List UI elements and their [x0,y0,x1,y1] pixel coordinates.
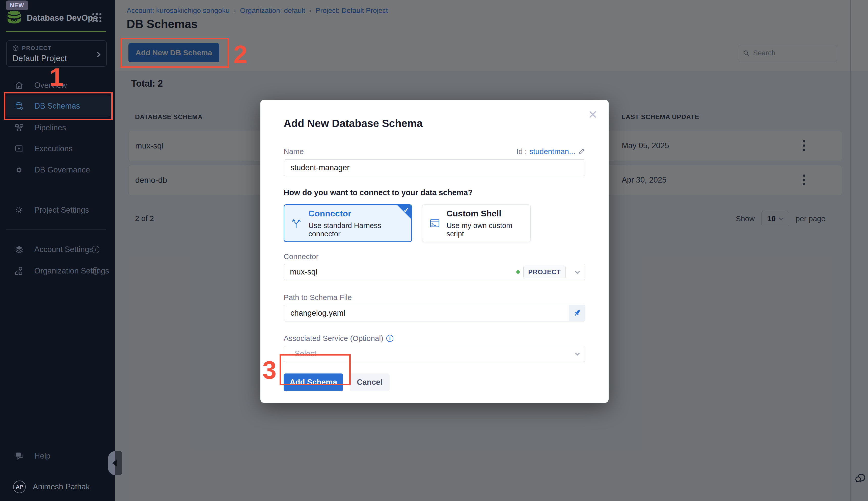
add-schema-button[interactable]: Add Schema [284,373,343,391]
info-icon[interactable]: i [92,267,99,275]
chevron-down-icon [575,269,580,274]
settings-gear-icon [14,205,24,215]
cancel-button[interactable]: Cancel [350,373,389,391]
info-icon[interactable]: i [92,246,99,253]
schema-name-input[interactable] [284,159,585,176]
id-row: Id : studentman... [517,147,585,156]
option-title: Custom Shell [446,209,523,218]
option-subtitle: Use my own custom script [446,222,523,238]
sidebar-item-label: Executions [34,144,73,153]
governance-gear-icon [14,166,24,174]
sidebar-item-overview[interactable]: Overview [4,75,110,96]
id-label: Id : [517,147,527,156]
database-devops-logo-icon: ∞ [6,9,22,25]
home-icon [14,81,24,90]
db-schema-icon [14,102,24,110]
terminal-icon [429,217,440,229]
option-title: Connector [308,209,404,218]
executions-icon [14,144,24,153]
sidebar: NEW ∞ Database DevOps PROJECT Default Pr… [0,0,115,501]
sidebar-item-account-settings[interactable]: Account Settings i [4,239,110,260]
path-label: Path to Schema File [284,293,585,302]
user-menu[interactable]: AP Animesh Pathak [4,476,110,498]
close-icon[interactable]: ✕ [588,108,597,121]
path-input-group [284,305,585,321]
service-placeholder: - Select - [290,349,576,358]
layers-icon [14,245,24,254]
sidebar-item-label: Account Settings [34,245,93,254]
connector-value: mux-sql [290,267,516,277]
scope-badge: PROJECT [523,266,566,278]
svg-text:∞: ∞ [11,14,18,24]
project-scope-label: PROJECT [22,45,52,52]
add-schema-modal: ✕ Add New Database Schema Name Id : stud… [261,100,608,403]
sidebar-item-project-settings[interactable]: Project Settings [4,200,110,221]
option-card-custom-shell[interactable]: Custom Shell Use my own custom script [422,204,531,242]
path-input[interactable] [284,305,569,321]
avatar: AP [13,481,26,493]
sidebar-item-organization-settings[interactable]: Organization Settings i [4,260,110,281]
sidebar-item-db-governance[interactable]: DB Governance [4,159,110,181]
svg-text:?: ? [18,453,20,457]
pin-icon [572,309,582,318]
project-selector[interactable]: PROJECT Default Project [6,40,107,67]
app-grid-icon[interactable] [92,13,102,23]
name-label: Name [284,147,304,156]
app-title: Database DevOps [27,13,98,23]
connector-label: Connector [284,252,585,261]
user-name: Animesh Pathak [33,482,90,491]
project-name: Default Project [12,54,101,63]
help-chat-icon: ? [14,451,24,461]
option-subtitle: Use standard Harness connector [308,222,404,238]
sidebar-accent-divider [6,31,106,32]
chevron-down-icon [575,351,580,355]
id-value-link[interactable]: studentman... [529,147,575,156]
sidebar-item-help[interactable]: ? Help [4,446,110,467]
sidebar-item-executions[interactable]: Executions [4,138,110,159]
pin-addon[interactable] [569,305,585,321]
sidebar-item-label: DB Governance [34,166,90,174]
status-dot [516,270,520,274]
modal-title: Add New Database Schema [284,117,585,129]
org-hierarchy-icon [14,266,24,276]
pipelines-icon [14,123,24,132]
sidebar-item-pipelines[interactable]: Pipelines [4,117,110,138]
app-root: NEW ∞ Database DevOps PROJECT Default Pr… [0,0,868,501]
sidebar-item-label: Pipelines [34,123,66,132]
info-icon[interactable]: i [386,335,393,342]
sidebar-item-label: Project Settings [34,205,89,215]
connector-branch-icon [292,217,302,229]
service-label-row: Associated Service (Optional) i [284,334,585,343]
check-icon: ✓ [404,206,409,214]
sidebar-item-label: Overview [34,81,67,90]
service-select[interactable]: - Select - [284,346,585,362]
sidebar-divider [6,229,106,230]
connector-select[interactable]: mux-sql PROJECT [284,264,585,280]
service-label: Associated Service (Optional) [284,334,383,343]
edit-pencil-icon[interactable] [578,148,585,155]
connect-question: How do you want to connect to your data … [284,188,585,197]
option-card-connector[interactable]: ✓ Connector Use standard Harness connect… [284,204,412,242]
sidebar-item-label: Help [34,451,51,461]
sidebar-item-db-schemas[interactable]: DB Schemas [4,95,110,117]
sidebar-item-label: DB Schemas [34,102,80,110]
cube-icon [12,45,19,52]
